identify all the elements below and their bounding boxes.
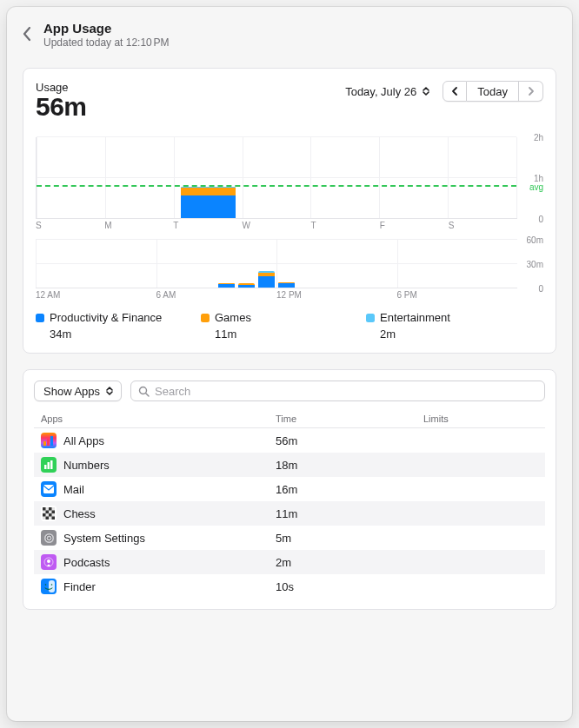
svg-rect-3 [47, 439, 50, 446]
app-name: Podcasts [63, 556, 110, 569]
svg-rect-14 [43, 513, 46, 517]
svg-rect-5 [44, 465, 47, 469]
all-apps-icon [41, 433, 57, 448]
settings-icon [41, 530, 57, 546]
col-time: Time [276, 414, 423, 424]
table-row[interactable]: All Apps56m [34, 428, 545, 453]
app-time: 16m [276, 483, 423, 496]
apps-table-body: All Apps56mNumbers18mMail16mChess11mSyst… [34, 428, 545, 599]
legend-value: 34m [50, 328, 201, 341]
date-label: Today, July 26 [345, 85, 416, 98]
header: App Usage Updated today at 12:10 PM [23, 21, 556, 49]
table-row[interactable]: Chess11m [34, 501, 545, 526]
app-time: 5m [276, 532, 423, 545]
legend-item: Entertainment2m [366, 311, 543, 341]
table-row[interactable]: Finder10s [34, 574, 545, 599]
mail-icon [41, 481, 57, 497]
legend-label: Productivity & Finance [50, 311, 162, 324]
svg-rect-8 [43, 485, 54, 493]
app-name: Mail [63, 483, 84, 496]
table-row[interactable]: Numbers18m [34, 453, 545, 477]
legend-swatch [366, 314, 375, 322]
apps-table-header: Apps Time Limits [34, 410, 545, 428]
chess-icon [41, 506, 57, 521]
prev-day-button[interactable] [443, 81, 467, 102]
svg-rect-11 [49, 507, 52, 511]
svg-point-21 [47, 559, 50, 563]
hourly-bar [218, 283, 234, 288]
svg-rect-13 [52, 511, 56, 514]
updown-icon [422, 84, 432, 98]
table-row[interactable]: Podcasts2m [34, 550, 545, 574]
finder-icon [41, 579, 57, 594]
next-day-button[interactable] [519, 81, 543, 102]
date-dropdown[interactable]: Today, July 26 [340, 82, 436, 101]
search-icon [138, 386, 150, 397]
table-row[interactable]: System Settings5m [34, 526, 545, 550]
avg-label: avg [529, 182, 543, 192]
hourly-usage-chart: 030m60m 12 AM6 AM12 PM6 PM [36, 240, 543, 302]
app-time: 18m [276, 459, 423, 472]
app-usage-window: App Usage Updated today at 12:10 PM Usag… [7, 7, 572, 721]
svg-rect-24 [49, 580, 55, 592]
legend-swatch [36, 314, 44, 322]
search-field[interactable] [130, 381, 545, 401]
app-name: All Apps [63, 434, 104, 447]
search-input[interactable] [155, 385, 537, 398]
show-apps-dropdown[interactable]: Show Apps [34, 381, 122, 401]
podcasts-icon [41, 554, 57, 570]
col-apps: Apps [41, 414, 276, 424]
svg-rect-15 [49, 513, 52, 517]
app-name: Chess [63, 507, 96, 520]
svg-point-25 [45, 584, 47, 586]
back-button[interactable] [23, 26, 31, 42]
page-subtitle: Updated today at 12:10 PM [43, 36, 169, 49]
apps-panel: Show Apps Apps Time Limits All Apps56mNu… [23, 369, 556, 610]
legend-value: 11m [215, 328, 366, 341]
app-time: 2m [276, 556, 423, 569]
app-time: 56m [276, 434, 423, 447]
today-button[interactable]: Today [467, 81, 519, 102]
usage-total: 56m [36, 92, 87, 122]
svg-rect-7 [50, 460, 53, 469]
col-limits: Limits [423, 414, 538, 424]
legend-item: Games11m [201, 311, 366, 341]
svg-rect-2 [43, 441, 46, 446]
svg-rect-4 [50, 436, 53, 446]
app-name: Finder [63, 580, 96, 593]
updown-icon [105, 384, 116, 398]
svg-point-20 [48, 537, 50, 539]
table-row[interactable]: Mail16m [34, 477, 545, 501]
app-time: 10s [276, 580, 423, 593]
legend-swatch [201, 314, 210, 322]
app-name: Numbers [63, 459, 110, 472]
daily-bar [181, 187, 236, 218]
usage-panel: Usage 56m Today, July 26 Today [23, 68, 556, 354]
svg-point-26 [51, 584, 53, 586]
daily-usage-chart: 01h2h avg SMTWTFS [36, 137, 543, 233]
title-block: App Usage Updated today at 12:10 PM [43, 21, 169, 49]
svg-rect-6 [48, 462, 50, 469]
app-time: 11m [276, 507, 423, 520]
hourly-bar [278, 282, 294, 288]
page-title: App Usage [43, 21, 169, 36]
svg-rect-16 [46, 517, 50, 520]
numbers-icon [41, 457, 57, 473]
legend: Productivity & Finance34mGames11mEnterta… [36, 311, 543, 341]
hourly-bar [238, 283, 254, 288]
svg-rect-17 [52, 517, 56, 520]
legend-item: Productivity & Finance34m [36, 311, 201, 341]
svg-rect-10 [43, 507, 46, 511]
svg-line-1 [146, 393, 150, 396]
legend-label: Games [215, 311, 251, 324]
legend-value: 2m [380, 328, 543, 341]
svg-rect-12 [46, 511, 50, 514]
legend-label: Entertainment [380, 311, 450, 324]
hourly-bar [258, 271, 274, 288]
app-name: System Settings [63, 532, 145, 545]
